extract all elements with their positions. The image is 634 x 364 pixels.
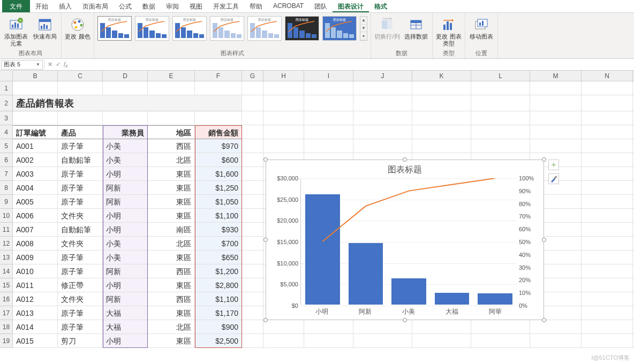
cell[interactable]: 地區	[148, 125, 195, 139]
cell[interactable]: 北區	[148, 153, 195, 167]
col-header-B[interactable]: B	[13, 71, 58, 81]
cell[interactable]	[353, 334, 412, 348]
cell[interactable]: 文件夾	[58, 237, 103, 251]
row-header-16[interactable]: 16	[0, 292, 13, 306]
cell[interactable]	[530, 320, 582, 334]
row-header-6[interactable]: 6	[0, 153, 13, 167]
style-gallery-scroll-0[interactable]: ▲	[360, 17, 367, 25]
cell[interactable]	[582, 209, 633, 223]
cell[interactable]	[242, 320, 263, 334]
cell[interactable]	[242, 223, 263, 237]
row-header-19[interactable]: 19	[0, 334, 13, 348]
ribbon-tab-10[interactable]: ACROBAT	[268, 0, 309, 12]
ribbon-tab-5[interactable]: 数据	[137, 0, 161, 12]
cell[interactable]: $930	[195, 223, 242, 237]
cell[interactable]	[412, 125, 471, 139]
chart-style-thumb-7[interactable]: 图表标题	[322, 16, 357, 41]
row-header-17[interactable]: 17	[0, 306, 13, 320]
cell[interactable]: 原子筆	[58, 139, 103, 153]
col-header-C[interactable]: C	[58, 71, 103, 81]
cell[interactable]	[148, 81, 195, 95]
col-header-D[interactable]: D	[103, 71, 148, 81]
chart-style-thumb-5[interactable]: 图表标题	[247, 16, 282, 41]
cell[interactable]: A014	[13, 320, 58, 334]
cell[interactable]	[304, 320, 353, 334]
embedded-chart[interactable]: 图表标题 $0$5,000$10,000$15,000$20,000$25,00…	[266, 160, 544, 320]
col-header-J[interactable]: J	[353, 71, 412, 81]
cell[interactable]	[412, 139, 471, 153]
cell[interactable]: 東區	[148, 306, 195, 320]
cell[interactable]	[242, 209, 263, 223]
cell[interactable]: 訂單編號	[13, 125, 58, 139]
cell[interactable]: A010	[13, 264, 58, 278]
cell[interactable]: 西區	[148, 264, 195, 278]
cell[interactable]: 西區	[148, 292, 195, 306]
chart-style-thumb-2[interactable]: 图表标题	[135, 16, 169, 41]
cell[interactable]	[582, 320, 633, 334]
cell[interactable]: 小明	[103, 334, 148, 348]
row-header-1[interactable]: 1	[0, 81, 13, 95]
cell[interactable]: 北區	[148, 320, 195, 334]
chart-resize-handle[interactable]	[403, 318, 407, 322]
cell[interactable]	[148, 111, 195, 125]
col-header-G[interactable]: G	[242, 71, 263, 81]
cell[interactable]	[412, 111, 471, 125]
cell[interactable]: 東區	[148, 278, 195, 292]
ribbon-tab-8[interactable]: 开发工具	[208, 0, 244, 12]
chart-plot-area[interactable]	[300, 178, 517, 305]
cell[interactable]: $1,170	[195, 306, 242, 320]
cancel-formula-button[interactable]: ✕	[48, 61, 52, 68]
cell[interactable]: 西區	[148, 139, 195, 153]
cell[interactable]: 原子筆	[58, 167, 103, 181]
row-header-12[interactable]: 12	[0, 237, 13, 251]
cell[interactable]	[582, 125, 633, 139]
cell[interactable]	[242, 111, 263, 125]
cell[interactable]: 東區	[148, 167, 195, 181]
switch-row-col-button[interactable]: 切换行/列	[374, 14, 400, 40]
style-gallery-scroll-2[interactable]: ▾	[360, 32, 367, 40]
style-gallery-scroll-1[interactable]: ▼	[360, 25, 367, 33]
cell[interactable]: 東區	[148, 209, 195, 223]
cell[interactable]	[304, 111, 353, 125]
cell[interactable]: 東區	[148, 195, 195, 209]
cell[interactable]: $1,100	[195, 209, 242, 223]
cell[interactable]: 產品	[58, 125, 103, 139]
cell[interactable]: $1,100	[195, 292, 242, 306]
cell[interactable]	[353, 95, 412, 111]
cell[interactable]: $1,600	[195, 167, 242, 181]
cell[interactable]	[242, 306, 263, 320]
cell[interactable]	[582, 251, 633, 264]
cell[interactable]	[242, 292, 263, 306]
cell[interactable]	[242, 125, 263, 139]
cell[interactable]	[263, 95, 304, 111]
col-header-N[interactable]: N	[582, 71, 633, 81]
cell[interactable]: 大福	[103, 306, 148, 320]
cell[interactable]: 南區	[148, 223, 195, 237]
cell[interactable]: 大福	[103, 320, 148, 334]
cell[interactable]	[242, 153, 263, 167]
cell[interactable]: $900	[195, 320, 242, 334]
row-header-14[interactable]: 14	[0, 264, 13, 278]
cell[interactable]: 原子筆	[58, 306, 103, 320]
cell[interactable]	[582, 334, 633, 348]
cell[interactable]	[103, 81, 148, 95]
cell[interactable]	[530, 334, 582, 348]
chart-bar[interactable]	[478, 293, 512, 305]
cell[interactable]: A011	[13, 278, 58, 292]
row-header-9[interactable]: 9	[0, 195, 13, 209]
cell[interactable]	[242, 334, 263, 348]
cell[interactable]: 產品銷售報表	[13, 95, 242, 111]
cell[interactable]	[242, 264, 263, 278]
chart-style-thumb-4[interactable]: 图表标题	[210, 16, 244, 41]
chart-resize-handle[interactable]	[542, 238, 546, 242]
ribbon-tab-12[interactable]: 图表设计	[333, 0, 369, 12]
cell[interactable]	[242, 195, 263, 209]
cell[interactable]: A001	[13, 139, 58, 153]
cell[interactable]	[353, 125, 412, 139]
ribbon-tab-0[interactable]: 文件	[2, 0, 30, 12]
name-box-dropdown-icon[interactable]: ▼	[36, 62, 40, 67]
change-colors-button[interactable]: 更改 颜色	[65, 14, 90, 40]
select-all-corner[interactable]	[0, 71, 13, 81]
cell[interactable]: $970	[195, 139, 242, 153]
cell[interactable]: $2,800	[195, 278, 242, 292]
